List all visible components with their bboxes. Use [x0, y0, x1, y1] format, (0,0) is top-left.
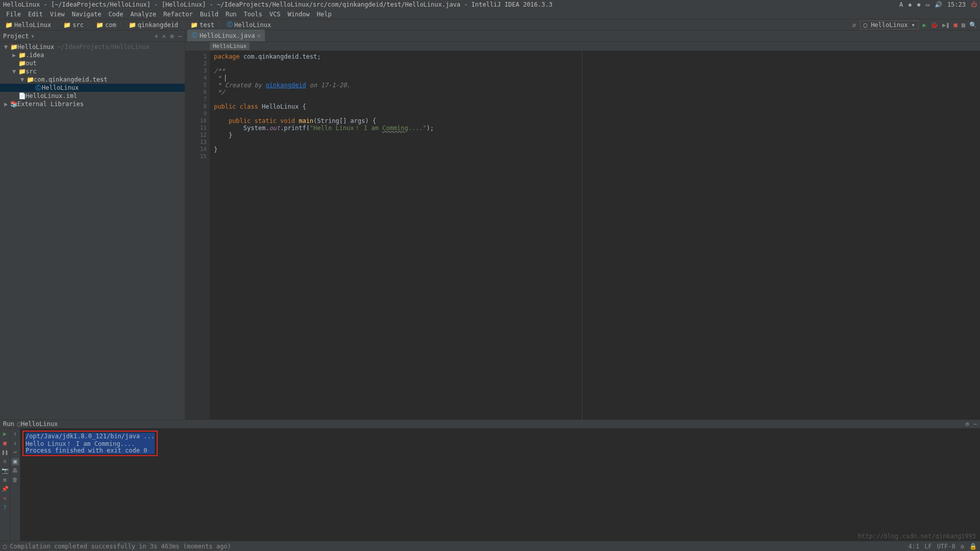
menu-refactor[interactable]: Refactor: [160, 11, 196, 18]
tree-row[interactable]: ▼📁HelloLinux~/IdeaProjects/HelloLinux: [0, 43, 185, 51]
breadcrumb-src[interactable]: 📁src: [61, 21, 86, 29]
tree-row[interactable]: ▶📚External Libraries: [0, 100, 185, 108]
scroll-to-end-icon[interactable]: ▣: [12, 458, 19, 465]
tree-row[interactable]: ▶📁.idea: [0, 51, 185, 59]
menu-build[interactable]: Build: [197, 11, 222, 18]
dump-threads-icon[interactable]: 📷: [2, 467, 9, 474]
up-icon[interactable]: ↑: [12, 431, 19, 438]
insert-mode-icon[interactable]: ə: [961, 543, 964, 550]
output-line: /opt/Java/jdk1.8.0_121/bin/java ...: [26, 433, 155, 440]
stop-button-icon[interactable]: ■: [954, 21, 958, 29]
battery-icon[interactable]: ▭: [926, 1, 929, 8]
collapse-all-icon[interactable]: ⇱: [162, 33, 166, 40]
folder-icon: 📁: [63, 21, 71, 29]
class-icon: Ⓒ: [191, 31, 198, 40]
dropdown-icon[interactable]: ▾: [31, 33, 35, 40]
exit-icon[interactable]: ⎋: [2, 458, 9, 465]
menu-code[interactable]: Code: [106, 11, 127, 18]
breadcrumb-com[interactable]: 📁com: [94, 21, 118, 29]
hide-icon[interactable]: −: [973, 420, 977, 428]
menu-vcs[interactable]: VCS: [266, 11, 284, 18]
code-editor[interactable]: package com.qinkangdeid.test; /** * * Cr…: [210, 51, 980, 419]
tree-row[interactable]: ▼📁src: [0, 67, 185, 76]
clock[interactable]: 15:23: [947, 1, 966, 8]
menu-view[interactable]: View: [47, 11, 68, 18]
scroll-from-source-icon[interactable]: ⌖: [155, 33, 158, 40]
down-icon[interactable]: ↓: [12, 440, 19, 447]
make-icon[interactable]: ⇵: [852, 21, 855, 29]
gear-icon[interactable]: ⚙: [966, 420, 969, 428]
file-encoding[interactable]: UTF-8: [937, 543, 955, 550]
project-tree[interactable]: ▼📁HelloLinux~/IdeaProjects/HelloLinux▶📁.…: [0, 42, 185, 419]
tree-row[interactable]: 📄HelloLinux.iml: [0, 92, 185, 100]
statusbar: ▢ Compilation completed successfully in …: [0, 541, 980, 551]
stop-icon[interactable]: ■: [2, 440, 9, 447]
system-tray: A ◈ ✱ ▭ 🔊 15:23 ⏻: [899, 1, 977, 8]
bluetooth-icon[interactable]: ✱: [917, 1, 920, 8]
wifi-icon[interactable]: ◈: [908, 1, 912, 8]
tree-row[interactable]: ⒸHelloLinux: [0, 84, 185, 92]
menu-tools[interactable]: Tools: [241, 11, 265, 18]
folder-icon: 📁: [5, 21, 13, 29]
run-tool-header[interactable]: Run ▢ HelloLinux ⚙ −: [0, 419, 980, 429]
breadcrumb-test[interactable]: 📁test: [188, 21, 216, 29]
tree-arrow-icon[interactable]: ▼: [12, 68, 18, 75]
tree-arrow-icon[interactable]: ▼: [20, 76, 27, 83]
breadcrumb-pkg[interactable]: 📁qinkangdeid: [127, 21, 180, 29]
menu-navigate[interactable]: Navigate: [69, 11, 105, 18]
run-label: Run: [3, 420, 14, 428]
run-config-selector[interactable]: ▢ HelloLinux ▾: [860, 20, 919, 30]
menu-help[interactable]: Help: [314, 11, 335, 18]
tree-item-icon: 📄: [18, 92, 26, 99]
output-highlight: /opt/Java/jdk1.8.0_121/bin/java ... Hell…: [22, 431, 158, 456]
print-icon[interactable]: 🖶: [12, 467, 19, 474]
tree-item-icon: Ⓒ: [35, 84, 42, 92]
menu-window[interactable]: Window: [284, 11, 312, 18]
project-structure-icon[interactable]: ▦: [962, 21, 965, 29]
editor-crumb-class[interactable]: HelloLinux: [210, 42, 250, 50]
close-icon[interactable]: ✕: [2, 495, 9, 502]
close-icon[interactable]: ×: [257, 32, 260, 39]
pause-icon[interactable]: ❚❚: [2, 449, 9, 456]
caret-position[interactable]: 4:1: [909, 543, 920, 550]
run-button-icon[interactable]: ▶: [923, 21, 926, 29]
tree-item-icon: 📚: [10, 101, 17, 108]
restore-layout-icon[interactable]: ⊞: [2, 477, 9, 484]
navigation-bar: 📁HelloLinux 〉 📁src 〉 📁com 〉 📁qinkangdeid…: [0, 19, 980, 31]
tree-row[interactable]: 📁out: [0, 59, 185, 67]
menu-file[interactable]: File: [3, 11, 24, 18]
input-method-icon[interactable]: A: [899, 1, 903, 8]
gear-icon[interactable]: ⚙: [170, 33, 174, 40]
breadcrumb-class[interactable]: ⒸHelloLinux: [225, 20, 273, 29]
tree-row[interactable]: ▼📁com.qinkangdeid.test: [0, 76, 185, 84]
soft-wrap-icon[interactable]: ↩: [12, 449, 19, 456]
menu-edit[interactable]: Edit: [25, 11, 46, 18]
coverage-button-icon[interactable]: ▶❚: [942, 21, 949, 29]
tree-item-icon: 📁: [27, 76, 34, 83]
rerun-icon[interactable]: ▶: [2, 431, 9, 438]
editor-tab[interactable]: Ⓒ HelloLinux.java ×: [187, 30, 265, 41]
clear-all-icon[interactable]: 🗑: [12, 477, 19, 484]
hide-icon[interactable]: −: [178, 33, 182, 40]
lock-icon[interactable]: 🔒: [969, 543, 977, 550]
tree-arrow-icon[interactable]: ▶: [12, 52, 18, 59]
tree-item-icon: 📁: [18, 52, 26, 59]
tree-arrow-icon[interactable]: ▶: [4, 101, 10, 108]
search-everywhere-icon[interactable]: 🔍: [969, 21, 977, 29]
project-header[interactable]: Project ▾ ⌖ ⇱ ⚙ −: [0, 31, 185, 42]
volume-icon[interactable]: 🔊: [935, 1, 942, 8]
menu-analyze[interactable]: Analyze: [127, 11, 159, 18]
show-panels-icon[interactable]: ▢: [3, 543, 7, 550]
pin-icon[interactable]: 📌: [2, 486, 9, 493]
tree-arrow-icon[interactable]: ▼: [4, 43, 10, 51]
tree-item-label: External Libraries: [17, 101, 84, 108]
gutter[interactable]: 123456789101112131415: [185, 51, 210, 419]
help-icon[interactable]: ?: [2, 504, 9, 511]
debug-button-icon[interactable]: 🐞: [930, 21, 938, 29]
code-area[interactable]: 123456789101112131415 package com.qinkan…: [185, 51, 980, 419]
breadcrumb-project[interactable]: 📁HelloLinux: [3, 21, 53, 29]
menu-run[interactable]: Run: [223, 11, 240, 18]
run-output[interactable]: /opt/Java/jdk1.8.0_121/bin/java ... Hell…: [20, 429, 980, 541]
power-icon[interactable]: ⏻: [971, 1, 977, 8]
line-separator[interactable]: LF: [924, 543, 932, 550]
